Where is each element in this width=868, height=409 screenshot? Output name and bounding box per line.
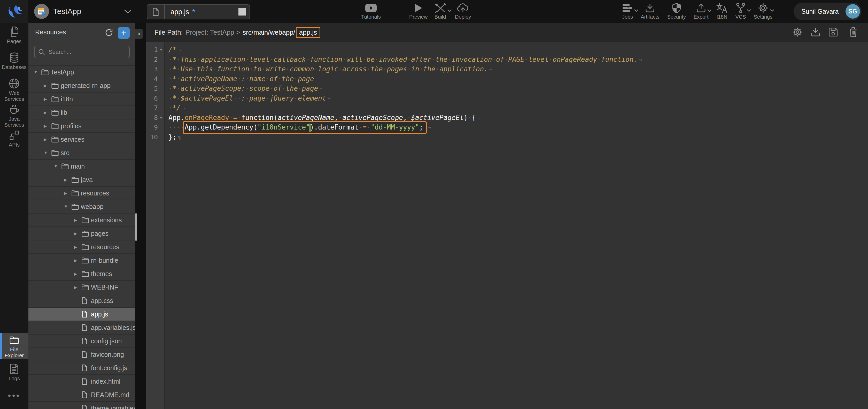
tree-item-app-variables-js[interactable]: app.variables.js xyxy=(28,321,135,334)
tree-item-i18n[interactable]: ▶i18n xyxy=(28,92,135,106)
tree-item-services[interactable]: ▶services xyxy=(28,133,135,146)
action-deploy[interactable]: Deploy xyxy=(455,2,471,20)
caret-right-icon[interactable]: ▶ xyxy=(74,218,82,223)
caret-right-icon[interactable]: ▶ xyxy=(44,124,52,128)
sidebar-item-web-services[interactable]: Web Services xyxy=(0,78,28,104)
action-preview[interactable]: Preview xyxy=(409,2,428,20)
action-artifacts[interactable]: Artifacts xyxy=(641,2,659,20)
caret-down-icon[interactable]: ▼ xyxy=(64,204,71,209)
tree-item-webapp[interactable]: ▼webapp xyxy=(28,200,135,213)
caret-right-icon[interactable]: ▶ xyxy=(44,97,52,101)
tree-item-config-json[interactable]: config.json xyxy=(28,334,135,348)
tree-item-web-inf[interactable]: ▶WEB-INF xyxy=(28,281,135,294)
delete-file-button[interactable] xyxy=(847,27,859,38)
action-i18n[interactable]: I18N xyxy=(716,2,728,20)
tree-item-app-js[interactable]: app.js xyxy=(28,308,135,321)
add-resource-button[interactable]: + xyxy=(118,27,130,39)
code-line-content[interactable]: /*¬ xyxy=(165,45,181,55)
i18n-icon xyxy=(716,2,728,14)
sidebar-item-logs[interactable]: Logs xyxy=(0,363,28,389)
sidebar-item-apis[interactable]: APIs xyxy=(0,129,28,155)
user-menu[interactable]: Sunil Gavara SG xyxy=(794,3,862,20)
tree-item-font-config-js[interactable]: font.config.js xyxy=(28,361,135,375)
api-icon xyxy=(9,129,20,141)
whitespace-dot: · xyxy=(431,56,436,63)
chevron-down-icon[interactable] xyxy=(747,8,751,13)
caret-right-icon[interactable]: ▶ xyxy=(74,258,82,263)
refresh-button[interactable] xyxy=(104,28,114,38)
action-security[interactable]: Security xyxy=(667,2,686,20)
download-file-button[interactable] xyxy=(810,27,821,38)
sidebar-item-file-explorer[interactable]: File Explorer xyxy=(0,333,28,359)
panel-scrollbar[interactable] xyxy=(135,213,137,241)
code-line-content[interactable]: };¶ xyxy=(165,133,181,142)
tree-item-themes[interactable]: ▶themes xyxy=(28,267,135,281)
tree-item-generated-rn-app[interactable]: ▶generated-rn-app xyxy=(28,79,135,92)
sidebar-item-databases[interactable]: Databases xyxy=(0,52,28,78)
caret-right-icon[interactable]: ▶ xyxy=(44,83,52,88)
tree-item-index-html[interactable]: index.html xyxy=(28,375,135,388)
tree-item-extensions[interactable]: ▶extensions xyxy=(28,213,135,227)
action-settings[interactable]: Settings xyxy=(754,2,772,20)
chevron-down-icon[interactable] xyxy=(634,8,639,13)
code-line-content[interactable]: ·*·activePageScope:·scope·of·the·page¬ xyxy=(165,84,322,94)
sidebar-item-java-services[interactable]: Java Services xyxy=(0,104,28,129)
tree-item-pages[interactable]: ▶pages xyxy=(28,227,135,240)
code-line-content[interactable]: ·*·Use·this·function·to·write·common·log… xyxy=(165,64,492,74)
tree-item-lib[interactable]: ▶lib xyxy=(28,106,135,119)
caret-right-icon[interactable]: ▶ xyxy=(64,191,71,196)
tree-item-favicon-png[interactable]: favicon.png xyxy=(28,348,135,361)
whitespace-dot: · xyxy=(367,123,371,131)
action-build[interactable]: Build xyxy=(434,2,446,20)
code-line-content[interactable]: ·*·This·application·level·callback·funct… xyxy=(165,55,642,65)
file-tab[interactable]: app.js * xyxy=(147,4,250,20)
caret-right-icon[interactable]: ▶ xyxy=(74,231,82,236)
code-line-content[interactable]: ·*/¬ xyxy=(165,103,185,113)
code-line-content[interactable]: ····App.getDependency("i18nService").dat… xyxy=(165,122,431,133)
fold-caret-icon[interactable]: ▼ xyxy=(158,45,164,55)
fold-caret-icon[interactable]: ▼ xyxy=(158,113,164,123)
tree-item-resources[interactable]: ▶resources xyxy=(28,187,135,200)
chevron-down-icon[interactable] xyxy=(770,8,774,13)
caret-right-icon[interactable]: ▶ xyxy=(44,110,52,115)
collapse-panel-button[interactable]: « xyxy=(135,29,143,39)
caret-right-icon[interactable]: ▶ xyxy=(74,285,82,290)
file-icon xyxy=(82,405,91,409)
whitespace-dot: · xyxy=(524,56,529,63)
tree-item-java[interactable]: ▶java xyxy=(28,173,135,187)
action-vcs[interactable]: VCS xyxy=(736,2,746,20)
tree-item-app-css[interactable]: app.css xyxy=(28,294,135,308)
action-export[interactable]: Export xyxy=(693,2,709,20)
caret-right-icon[interactable]: ▶ xyxy=(64,177,71,182)
tree-item-main[interactable]: ▼main xyxy=(28,160,135,173)
caret-down-icon[interactable]: ▼ xyxy=(54,164,61,169)
save-file-button[interactable] xyxy=(828,27,839,38)
app-logo[interactable] xyxy=(0,0,28,23)
project-chevron-down-icon[interactable] xyxy=(124,9,132,14)
search-input[interactable] xyxy=(48,48,124,56)
tree-item-profiles[interactable]: ▶profiles xyxy=(28,119,135,133)
caret-down-icon[interactable]: ▼ xyxy=(44,150,52,155)
tree-item-readme-md[interactable]: README.md xyxy=(28,388,135,402)
tree-item-src[interactable]: ▼src xyxy=(28,146,135,160)
code-line-content[interactable]: ·*·$activePageEl··:·page·jQuery·element¬ xyxy=(165,94,331,104)
tree-item-label: app.variables.js xyxy=(91,324,135,331)
tree-item-rn-bundle[interactable]: ▶rn-bundle xyxy=(28,254,135,267)
tab-grid-icon[interactable] xyxy=(238,8,246,16)
caret-right-icon[interactable]: ▶ xyxy=(44,137,52,142)
caret-right-icon[interactable]: ▶ xyxy=(74,244,82,250)
action-jobs[interactable]: Jobs xyxy=(622,2,633,20)
caret-right-icon[interactable]: ▶ xyxy=(74,271,82,276)
caret-down-icon[interactable]: ▼ xyxy=(34,70,41,75)
code-area[interactable]: 1▼/*¬2·*·This·application·level·callback… xyxy=(146,42,868,409)
chevron-down-icon[interactable] xyxy=(707,8,712,13)
tree-item-testapp[interactable]: ▼TestApp xyxy=(28,66,135,79)
tree-item-resources[interactable]: ▶resources xyxy=(28,240,135,254)
tree-item-theme-variables-js[interactable]: theme.variables.js xyxy=(28,402,135,409)
code-line-content[interactable]: ·*·activePageName·:·name·of·the·page¬ xyxy=(165,74,318,84)
sidebar-more-button[interactable]: ••• xyxy=(0,391,28,401)
action-tutorials[interactable]: Tutorials xyxy=(361,2,381,20)
editor-settings-button[interactable] xyxy=(792,27,803,38)
chevron-down-icon[interactable] xyxy=(447,8,452,13)
sidebar-item-pages[interactable]: Pages xyxy=(0,26,28,52)
